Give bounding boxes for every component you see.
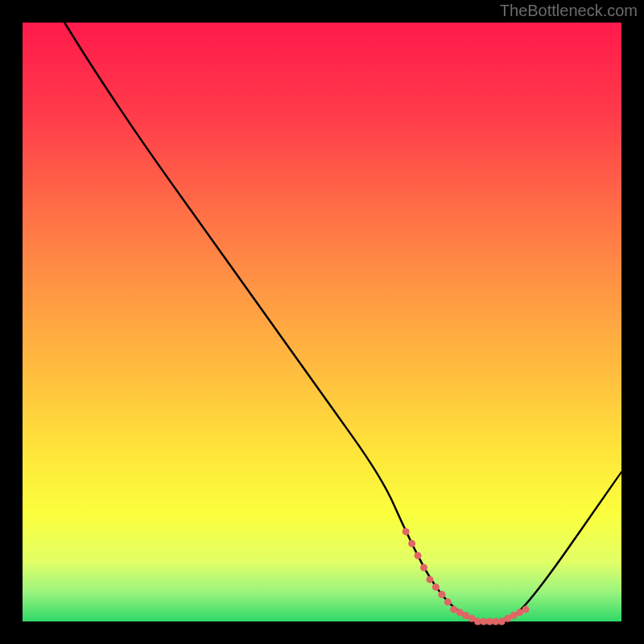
highlight-dot <box>408 540 415 547</box>
highlight-dot <box>438 591 445 598</box>
highlight-dot <box>432 584 440 591</box>
bottleneck-chart <box>0 0 644 644</box>
highlight-dot <box>444 598 452 605</box>
highlight-dot <box>402 528 410 535</box>
attribution-label: TheBottleneck.com <box>500 2 638 20</box>
chart-container: TheBottleneck.com <box>0 0 644 644</box>
plot-background <box>23 23 621 621</box>
highlight-dot <box>420 564 427 572</box>
highlight-dot <box>415 552 422 559</box>
highlight-dot <box>522 606 529 613</box>
highlight-dot <box>426 576 433 583</box>
